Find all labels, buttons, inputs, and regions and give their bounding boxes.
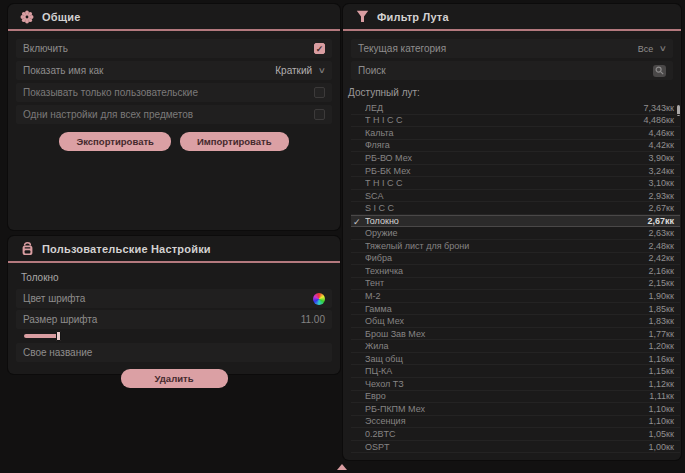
loot-item-value: 1,11кк	[649, 391, 674, 401]
font-size-value: 11.00	[301, 314, 325, 325]
loot-item-name: ПЦ-КА	[365, 366, 649, 376]
loot-item-name: ЛЕД	[365, 103, 644, 113]
backpack-icon	[20, 242, 34, 256]
loot-item-name: Евро	[365, 391, 649, 401]
loot-row[interactable]: Защ общ1,16кк	[351, 353, 680, 366]
loot-row[interactable]: Т Н I C C4,486кк	[351, 115, 680, 128]
loot-row[interactable]: Оружие2,63кк	[351, 227, 680, 240]
enable-row: Включить ✓	[16, 39, 332, 58]
loot-item-value: 4,42кк	[649, 140, 674, 150]
loot-row[interactable]: Гамма1,85кк	[351, 303, 680, 316]
only-custom-checkbox[interactable]: ✓	[314, 87, 325, 98]
loot-row[interactable]: SCA2,93кк	[351, 190, 680, 203]
loot-row[interactable]: Фляга4,42кк	[351, 140, 680, 153]
slider-handle[interactable]	[56, 331, 61, 341]
color-picker-icon[interactable]	[313, 293, 325, 305]
name-mode-dropdown[interactable]: Краткий ∨	[275, 65, 325, 76]
search-icon[interactable]	[653, 65, 666, 77]
loot-row[interactable]: 0.2BTC1,05кк	[351, 428, 680, 441]
loot-item-name: Общ Мех	[365, 316, 649, 326]
loot-item-name: Толокно	[365, 216, 647, 226]
loot-item-value: 1,77кк	[649, 329, 674, 339]
enable-checkbox[interactable]: ✓	[314, 43, 325, 54]
font-size-slider[interactable]	[16, 331, 332, 341]
loot-item-value: 2,42кк	[649, 253, 674, 263]
category-dropdown[interactable]: Все ∨	[638, 44, 666, 54]
loot-item-value: 3,90кк	[649, 153, 674, 163]
export-button[interactable]: Экспортировать	[59, 132, 170, 151]
loot-row[interactable]: РБ-ПКПМ Мех1,10кк	[351, 403, 680, 416]
loot-item-name: Т Н I C C	[365, 178, 649, 188]
loot-item-name: Чехол ТЗ	[365, 379, 649, 389]
loot-item-name: Брош Зав Мех	[365, 329, 649, 339]
custom-name-input[interactable]	[23, 347, 325, 358]
loot-row[interactable]: М-21,90кк	[351, 290, 680, 303]
name-mode-row: Показать имя как Краткий ∨	[16, 61, 332, 80]
loot-item-name: РБ-ПКПМ Мех	[365, 404, 649, 414]
loot-row[interactable]: Чехол ТЗ1,12кк	[351, 378, 680, 391]
loot-row[interactable]: ЛЕД7,343кк	[351, 102, 680, 115]
loot-row[interactable]: Тяжелый лист для брони2,48кк	[351, 240, 680, 253]
loot-row[interactable]: Жила1,20кк	[351, 340, 680, 353]
loot-row[interactable]: Техничка2,16кк	[351, 265, 680, 278]
general-panel: Общие Включить ✓ Показать имя как Кратки…	[8, 4, 340, 230]
loot-row[interactable]: РБ-ВО Мех3,90кк	[351, 152, 680, 165]
loot-item-name: Фляга	[365, 140, 649, 150]
loot-row[interactable]: РБ-БК Мех3,24кк	[351, 165, 680, 178]
loot-row[interactable]: ПЦ-КА1,15кк	[351, 365, 680, 378]
loot-item-value: 7,343кк	[644, 103, 674, 113]
loot-row[interactable]: Эссенция1,10кк	[351, 416, 680, 429]
loot-row[interactable]: S I C C2,67кк	[351, 202, 680, 215]
loot-item-value: 1,12кк	[649, 379, 674, 389]
chevron-down-icon: ∨	[318, 67, 326, 75]
font-size-label: Размер шрифта	[23, 314, 97, 325]
enable-label: Включить	[23, 43, 68, 54]
user-settings-panel: Пользовательские Настройки Толокно Цвет …	[8, 236, 340, 374]
loot-row[interactable]: Брош Зав Мех1,77кк	[351, 328, 680, 341]
loot-item-value: 1,85кк	[649, 304, 674, 314]
check-icon: ✓	[353, 216, 361, 228]
loot-row[interactable]: Тент2,15кк	[351, 278, 680, 291]
loot-row[interactable]: ОSPT1,00кк	[351, 441, 680, 454]
loot-row[interactable]: Общ Мех1,83кк	[351, 315, 680, 328]
loot-list: ЛЕД7,343ккТ Н I C C4,486ккКальта4,46ккФл…	[351, 102, 680, 453]
loot-row[interactable]: Фибра2,42кк	[351, 253, 680, 266]
loot-item-value: 2,16кк	[649, 266, 674, 276]
import-button[interactable]: Импортировать	[180, 132, 289, 151]
loot-item-name: Жила	[365, 341, 649, 351]
loot-row[interactable]: Евро1,11кк	[351, 391, 680, 404]
loot-item-name: Защ общ	[365, 354, 649, 364]
category-value: Все	[638, 44, 654, 54]
category-row: Текущая категория Все ∨	[351, 39, 673, 58]
loot-item-value: 1,16кк	[649, 354, 674, 364]
loot-item-value: 2,93кк	[649, 191, 674, 201]
search-input[interactable]	[358, 65, 653, 76]
loot-item-name: Гамма	[365, 304, 649, 314]
loot-row[interactable]: Кальта4,46кк	[351, 127, 680, 140]
loot-item-name: ОSPT	[365, 442, 649, 452]
loot-item-value: 1,90кк	[649, 291, 674, 301]
loot-item-value: 2,67кк	[649, 203, 674, 213]
loot-item-name: Оружие	[365, 228, 649, 238]
user-settings-title: Пользовательские Настройки	[42, 243, 211, 255]
general-panel-title: Общие	[42, 11, 81, 23]
same-for-all-checkbox[interactable]: ✓	[314, 109, 325, 120]
font-size-row: Размер шрифта 11.00	[16, 310, 332, 329]
loot-item-name: Тяжелый лист для брони	[365, 241, 649, 251]
font-color-row: Цвет шрифта	[16, 289, 332, 308]
loot-row[interactable]: Т Н I C C3,10кк	[351, 177, 680, 190]
loot-item-name: SCA	[365, 191, 649, 201]
scroll-up-arrow-icon[interactable]	[337, 464, 347, 470]
delete-button[interactable]: Удалить	[121, 369, 228, 388]
loot-item-name: РБ-БК Мех	[365, 166, 649, 176]
custom-name-row	[16, 343, 332, 362]
loot-item-value: 1,15кк	[649, 366, 674, 376]
only-custom-label: Показывать только пользовательские	[23, 87, 198, 98]
loot-row[interactable]: ✓Толокно2,67кк	[351, 215, 680, 228]
loot-filter-header: Фильтр Лута	[343, 4, 681, 31]
loot-item-value: 2,63кк	[649, 228, 674, 238]
loot-item-value: 3,10кк	[649, 178, 674, 188]
loot-filter-title: Фильтр Лута	[377, 11, 449, 23]
loot-filter-panel: Фильтр Лута Текущая категория Все ∨ Дост…	[343, 4, 681, 460]
selected-item-name: Толокно	[8, 263, 340, 289]
